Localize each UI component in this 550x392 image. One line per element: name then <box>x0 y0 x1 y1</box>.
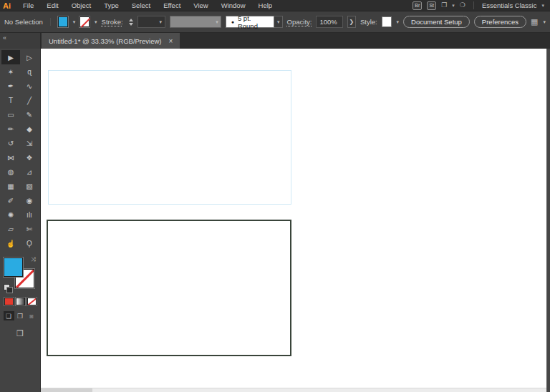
slice-tool[interactable]: ✄ <box>20 222 39 236</box>
curvature-tool[interactable]: ∿ <box>20 79 39 93</box>
graphic-style-swatch[interactable] <box>382 16 392 27</box>
document-tab-title: Untitled-1* @ 33.33% (RGB/Preview) <box>49 37 161 45</box>
hand-tool[interactable]: ☝ <box>1 236 20 250</box>
type-tool[interactable]: T <box>1 93 20 107</box>
menu-file[interactable]: File <box>16 1 40 9</box>
shape-builder-tool[interactable]: ◍ <box>1 165 20 179</box>
illustrator-window: Ai FileEditObjectTypeSelectEffectViewWin… <box>0 0 550 392</box>
fill-stroke-indicator: ⤨ <box>4 256 37 290</box>
chevron-down-icon: ▾ <box>216 19 218 25</box>
zoom-tool[interactable]: Ϙ <box>20 236 39 250</box>
eyedropper-tool[interactable]: ✐ <box>1 193 20 207</box>
screen-mode-icon[interactable]: ❒ <box>16 329 24 338</box>
paintbrush-tool[interactable]: ✎ <box>20 107 39 122</box>
menu-help[interactable]: Help <box>252 1 279 9</box>
chevron-down-icon[interactable]: ▾ <box>95 19 97 25</box>
menu-object[interactable]: Object <box>65 1 97 9</box>
draw-normal-icon[interactable]: ❏ <box>4 311 14 320</box>
free-transform-tool[interactable]: ❖ <box>20 150 39 165</box>
workspace-layout-icon[interactable]: ❐ <box>441 2 447 9</box>
opacity-more-button[interactable]: ❯ <box>347 16 356 28</box>
app-logo: Ai <box>0 1 16 10</box>
magic-wand-tool[interactable]: ✶ <box>1 64 20 79</box>
swap-fill-stroke-icon[interactable]: ⤨ <box>32 256 36 263</box>
document-tab[interactable]: Untitled-1* @ 33.33% (RGB/Preview) × <box>42 33 180 49</box>
style-label: Style: <box>360 18 377 26</box>
document-tab-bar: « Untitled-1* @ 33.33% (RGB/Preview) × <box>0 33 550 49</box>
pen-tool[interactable]: ✒ <box>1 79 20 93</box>
chevron-down-icon[interactable]: ▾ <box>159 19 162 25</box>
selection-tool[interactable]: ▶ <box>1 50 20 64</box>
mesh-tool[interactable]: ▦ <box>1 179 20 193</box>
stock-button[interactable]: St <box>427 1 436 10</box>
column-graph-tool[interactable]: ılı <box>20 207 39 222</box>
brush-definition-dropdown[interactable]: ● 5 pt. Round <box>226 16 274 28</box>
draw-behind-icon[interactable]: ❐ <box>15 311 26 320</box>
divider <box>50 18 51 26</box>
none-button[interactable] <box>27 298 37 305</box>
artwork-light-blue[interactable] <box>299 74 539 207</box>
chevron-down-icon[interactable]: ▾ <box>544 19 546 25</box>
drawing-mode-buttons: ❏ ❐ ◙ <box>4 311 37 320</box>
variable-width-profile-dropdown[interactable]: ▾ <box>170 16 221 28</box>
artboard-tool[interactable]: ▱ <box>1 222 20 236</box>
brush-definition-chevron[interactable]: ▾ <box>274 16 283 28</box>
scale-tool[interactable]: ⇲ <box>20 136 39 150</box>
blend-tool[interactable]: ◉ <box>20 193 39 207</box>
pencil-tool[interactable]: ✏ <box>1 122 20 136</box>
fill-color-swatch[interactable] <box>58 16 68 27</box>
opacity-label[interactable]: Opacity: <box>287 18 312 26</box>
align-options-icon[interactable]: ▦ <box>531 18 538 26</box>
color-button[interactable] <box>4 298 14 305</box>
scrollbar-thumb[interactable] <box>41 388 92 392</box>
default-fill-stroke-icon[interactable] <box>4 284 10 290</box>
opacity-field[interactable]: 100% <box>316 16 342 28</box>
symbol-sprayer-tool[interactable]: ✺ <box>1 207 20 222</box>
menu-view[interactable]: View <box>187 1 214 9</box>
perspective-grid-tool[interactable]: ⊿ <box>20 165 39 179</box>
width-tool[interactable]: ⋈ <box>1 150 20 165</box>
toolbar-collapse[interactable]: « <box>0 33 41 49</box>
menu-type[interactable]: Type <box>97 1 125 9</box>
draw-inside-icon[interactable]: ◙ <box>26 311 37 320</box>
artwork-warm[interactable] <box>47 220 291 356</box>
tools-panel: ▶▷✶ɋ✒∿T╱▭✎✏◆↺⇲⋈❖◍⊿▦▧✐◉✺ılı▱✄☝Ϙ ⤨ ❏ ❐ ◙ ❒ <box>0 49 41 392</box>
menu-bar-right: Br St ❐ ▾ ❍ Essentials Classic ▾ <box>412 1 550 10</box>
menu-bar: Ai FileEditObjectTypeSelectEffectViewWin… <box>0 0 550 11</box>
document-setup-button[interactable]: Document Setup <box>403 16 470 28</box>
artwork-pink[interactable] <box>299 220 539 354</box>
eraser-tool[interactable]: ◆ <box>20 122 39 136</box>
brush-definition-value: 5 pt. Round <box>238 14 269 30</box>
stroke-weight-stepper[interactable] <box>129 19 133 26</box>
preferences-button[interactable]: Preferences <box>474 16 526 28</box>
menu-effect[interactable]: Effect <box>157 1 187 9</box>
stroke-label[interactable]: Stroke: <box>102 18 123 26</box>
rectangle-tool[interactable]: ▭ <box>1 107 20 122</box>
fill-indicator[interactable] <box>4 258 23 277</box>
stroke-weight-field[interactable]: ▾ <box>138 16 165 28</box>
chevron-down-icon[interactable]: ▾ <box>73 19 76 25</box>
artwork-rainbow[interactable] <box>48 70 291 205</box>
workspace-switcher[interactable]: Essentials Classic <box>482 1 537 9</box>
stroke-color-swatch[interactable] <box>79 16 90 27</box>
menu-select[interactable]: Select <box>125 1 157 9</box>
brush-dot-icon: ● <box>231 19 234 24</box>
chevron-down-icon[interactable]: ▾ <box>452 3 455 9</box>
close-icon[interactable]: × <box>168 37 173 45</box>
direct-selection-tool[interactable]: ▷ <box>20 50 39 64</box>
collapsed-dock-strip[interactable] <box>546 49 550 392</box>
lasso-tool[interactable]: ɋ <box>20 64 39 79</box>
bridge-button[interactable]: Br <box>412 1 422 10</box>
divider <box>473 1 474 9</box>
line-segment-tool[interactable]: ╱ <box>20 93 39 107</box>
color-mode-buttons <box>4 298 37 305</box>
share-icon[interactable]: ❍ <box>460 2 465 9</box>
gradient-tool[interactable]: ▧ <box>20 179 39 193</box>
gradient-button[interactable] <box>16 298 25 305</box>
chevron-down-icon[interactable]: ▾ <box>541 3 544 9</box>
artboard-canvas[interactable] <box>41 49 550 392</box>
rotate-tool[interactable]: ↺ <box>1 136 20 150</box>
menu-edit[interactable]: Edit <box>40 1 64 9</box>
menu-window[interactable]: Window <box>215 1 252 9</box>
chevron-down-icon[interactable]: ▾ <box>397 19 400 25</box>
